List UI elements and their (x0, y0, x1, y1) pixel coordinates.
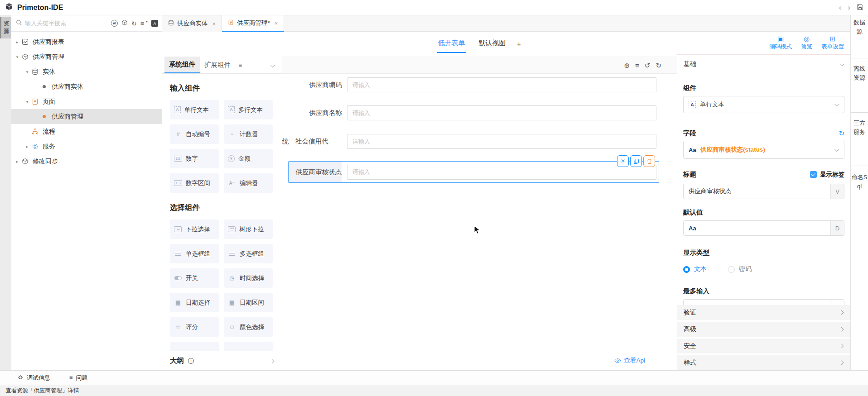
section-validation[interactable]: 验证 (677, 305, 850, 320)
debug-info-button[interactable]: 调试信息 (17, 374, 50, 382)
dynamic-suffix-button[interactable]: D (830, 221, 844, 235)
palette-item-clipped[interactable] (224, 342, 273, 351)
rail-tab-third-party-services[interactable]: 三方服务 (851, 119, 868, 137)
outline-list-icon[interactable]: ≡ (635, 62, 639, 69)
expand-arrow-icon[interactable]: ▸ (24, 144, 30, 149)
editor-tab-entity[interactable]: 供应商实体 × (162, 15, 222, 32)
inspector-section-basic[interactable]: 基础 (677, 54, 850, 74)
palette-item-date-picker[interactable]: ▦日期选择 (170, 293, 219, 312)
model-cube-icon[interactable] (121, 19, 128, 27)
expand-arrow-icon[interactable]: ▾ (14, 55, 20, 59)
rail-tab-named-sql[interactable]: 命名Sql (851, 173, 868, 191)
field-delete-button[interactable] (643, 155, 655, 167)
field-copy-button[interactable] (630, 155, 642, 167)
section-style[interactable]: 样式 (677, 355, 850, 370)
editor-tab-page[interactable]: 供应商管理* × (222, 15, 284, 32)
section-advanced[interactable]: 高级 (677, 322, 850, 337)
text-input[interactable]: 请输入 (347, 105, 656, 120)
outline-expand-icon[interactable] (270, 357, 274, 364)
tab-default-view[interactable]: 默认视图 (479, 39, 506, 49)
text-input[interactable]: 请输入 (347, 77, 656, 92)
text-input[interactable]: 请输入 (347, 165, 656, 180)
palette-item-time-picker[interactable]: ◷时间选择 (224, 268, 273, 288)
palette-item-date-range[interactable]: ▦日期区间 (224, 293, 273, 312)
view-api-link[interactable]: 查看Api (624, 357, 645, 365)
outline-footer[interactable]: 大纲 i (162, 351, 282, 370)
tree-item-report[interactable]: ▸ 供应商报表 (11, 34, 162, 49)
form-field-status-selected[interactable]: 供应商审核状态 请输入 (288, 161, 659, 183)
palette-item-rating[interactable]: ☆评分 (170, 317, 219, 337)
ai-icon[interactable]: AI (111, 20, 118, 27)
radio-text-label[interactable]: 文本 (694, 265, 707, 273)
palette-item-radio-group[interactable]: 单选框组 (170, 244, 219, 263)
code-mode-button[interactable]: ▣编码模式 (769, 35, 792, 51)
title-input[interactable]: 供应商审核状态 V (683, 184, 844, 199)
history-back-icon[interactable]: ‹ (839, 4, 842, 11)
palette-item-multi-line-text[interactable]: A多行文本 (224, 100, 273, 119)
close-icon[interactable]: × (212, 20, 216, 27)
expand-arrow-icon[interactable]: ▾ (24, 70, 30, 74)
tree-item-pages[interactable]: ▾ 页面 (11, 94, 162, 109)
palette-item-currency[interactable]: ¥金额 (224, 149, 273, 168)
search-input[interactable]: 输入关键字搜索 (25, 19, 66, 28)
tree-item-sync[interactable]: ▸ 修改同步 (11, 154, 162, 169)
expand-arrow-icon[interactable]: ▸ (14, 40, 20, 44)
palette-item-editor[interactable]: A≡编辑器 (224, 173, 273, 193)
palette-item-number[interactable]: 123数字 (170, 149, 219, 168)
component-select[interactable]: A 单行文本 (683, 96, 844, 113)
rail-tab-offline-resources[interactable]: 离线资源 (851, 64, 868, 82)
history-forward-icon[interactable]: › (848, 4, 850, 11)
palette-menu-icon[interactable]: ≡ (239, 62, 242, 68)
rail-tab-datasource[interactable]: 数据源 (851, 18, 868, 36)
section-security[interactable]: 安全 (677, 339, 850, 353)
field-settings-button[interactable] (617, 155, 629, 167)
palette-item-number-range[interactable]: 1~3数字区间 (170, 173, 219, 193)
tab-extension-components[interactable]: 扩展组件 (200, 57, 235, 73)
palette-item-checkbox-group[interactable]: 多选框组 (224, 244, 273, 263)
tree-item-project[interactable]: ▾ 供应商管理 (11, 49, 162, 64)
show-label-checkbox[interactable] (810, 171, 817, 178)
globe-icon[interactable]: ⊕ (624, 62, 630, 69)
palette-item-auto-number[interactable]: #自动编号 (170, 124, 219, 144)
field-select[interactable]: Aa 供应商审核状态(status) (683, 141, 844, 159)
field-value: 供应商审核状态(status) (700, 146, 830, 154)
palette-item-single-line-text[interactable]: A单行文本 (170, 100, 219, 119)
tab-system-components[interactable]: 系统组件 (164, 57, 200, 73)
palette-item-switch[interactable]: 开关 (170, 268, 219, 288)
list-settings-icon[interactable]: ≡ (140, 20, 144, 27)
radio-password-label[interactable]: 密码 (739, 265, 752, 273)
input-placeholder: 请输入 (352, 168, 370, 176)
tree-item-supplier-entity[interactable]: 供应商实体 (11, 79, 162, 94)
palette-item-color-picker[interactable]: ☺颜色选择 (224, 317, 273, 337)
palette-item-clipped[interactable] (170, 342, 219, 351)
form-settings-button[interactable]: ⊞表单设置 (821, 35, 844, 51)
radio-text-selected[interactable] (683, 266, 690, 273)
palette-item-tree-select[interactable]: 树形下拉 (224, 219, 273, 239)
radio-password[interactable] (728, 266, 735, 273)
expand-arrow-icon[interactable]: ▸ (14, 159, 20, 164)
add-view-button[interactable]: + (517, 40, 521, 49)
tab-lowcode-form[interactable]: 低开表单 (438, 39, 465, 49)
tree-item-flow[interactable]: 流程 (11, 124, 162, 139)
translate-icon[interactable]: A (151, 20, 158, 27)
redo-icon[interactable]: ↻ (656, 62, 661, 69)
expand-arrow-icon[interactable]: ▾ (24, 100, 30, 104)
text-input[interactable]: 请输入 (347, 134, 656, 149)
palette-item-counter[interactable]: ±计数器 (224, 124, 273, 144)
max-input-field[interactable] (683, 299, 844, 305)
problems-button[interactable]: ≡ 问题 (69, 374, 88, 382)
default-value-input[interactable]: Aa D (683, 220, 844, 236)
field-refresh-icon[interactable]: ↻ (839, 129, 844, 138)
undo-icon[interactable]: ↺ (645, 62, 651, 69)
close-icon[interactable]: × (275, 20, 278, 27)
preview-button[interactable]: ◎预览 (801, 35, 812, 51)
palette-item-select[interactable]: 下拉选择 (170, 219, 219, 239)
tree-item-services[interactable]: ▸ 服务 (11, 139, 162, 154)
save-icon[interactable] (857, 4, 863, 12)
refresh-icon[interactable]: ↻ (131, 20, 137, 27)
rail-tab-resources[interactable]: 资源 (0, 17, 11, 38)
variable-suffix-button[interactable]: V (830, 184, 844, 199)
tree-item-supplier-page-selected[interactable]: 供应商管理 (11, 109, 162, 124)
palette-collapse-icon[interactable] (270, 62, 274, 69)
tree-item-entities[interactable]: ▾ 实体 (11, 64, 162, 79)
